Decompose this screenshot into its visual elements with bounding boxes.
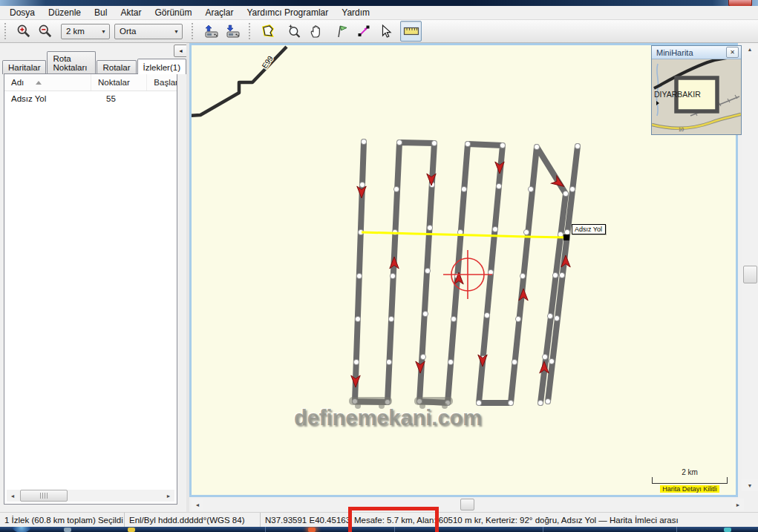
detail-level-combobox[interactable]: Orta ▼ [114, 24, 183, 39]
ruler-icon [403, 24, 419, 38]
scroll-left-icon[interactable]: ◄ [192, 499, 203, 510]
data-tabs: Haritalar Rota Noktaları Rotalar İzlekle… [2, 56, 187, 74]
scale-bar [652, 477, 728, 484]
menu-gorunum[interactable]: Görünüm [148, 6, 198, 19]
tab-rota-noktalari[interactable]: Rota Noktaları [47, 51, 96, 74]
map-tool-icon [261, 24, 275, 39]
toolbar-grip [4, 23, 8, 39]
tab-haritalar[interactable]: Haritalar [2, 60, 46, 74]
zoom-in-icon [16, 24, 31, 39]
chevron-down-icon: ▼ [174, 29, 179, 34]
column-label: Başlangıç [154, 78, 177, 87]
track-table: Adı Noktalar Başlangıç Adsız Yol 55 ◄ ► [4, 73, 177, 505]
scroll-right-icon[interactable]: ► [732, 499, 744, 510]
status-selection: 1 İzlek (60.8 km toplam) Seçildi [0, 513, 125, 527]
route-tool-icon [356, 24, 371, 39]
flag-icon [335, 24, 350, 39]
column-header-name[interactable]: Adı [4, 74, 91, 91]
send-to-device-icon [202, 24, 220, 39]
menu-dosya[interactable]: Dosya [3, 6, 42, 19]
zoom-tool-button[interactable] [283, 21, 304, 42]
send-to-device-button[interactable] [200, 21, 221, 42]
scrollbar-thumb[interactable] [20, 490, 68, 502]
map-vertical-scrollbar[interactable]: ▲ ▼ [742, 43, 758, 491]
selection-tool-button[interactable] [374, 21, 396, 42]
minimap-graphics: DIYARBAKIR 10 [652, 59, 741, 134]
status-measurement: Mesafe: 5.7 km, Alan: 60510 m kr, Kerter… [350, 513, 758, 527]
scrollbar-corner [744, 499, 758, 510]
track-table-header: Adı Noktalar Başlangıç [4, 74, 177, 91]
zoom-tool-icon [287, 24, 301, 39]
left-arrow-icon: ◄ [178, 48, 183, 53]
pan-hand-tool-button[interactable] [304, 21, 326, 42]
menu-aktar[interactable]: Aktar [114, 6, 148, 19]
taskbar-icon[interactable] [64, 528, 71, 532]
panel-horizontal-scrollbar[interactable]: ◄ ► [7, 490, 174, 502]
toolbar: 2 km ▼ Orta ▼ [0, 20, 758, 43]
taskbar-icon[interactable] [724, 528, 731, 532]
minimap-map[interactable]: DIYARBAKIR 10 [652, 59, 741, 134]
column-label: Noktalar [98, 78, 130, 87]
hand-icon [308, 24, 323, 39]
minimap-road-shield: 10 [679, 127, 685, 132]
column-header-start[interactable]: Başlangıç [147, 74, 177, 91]
receive-from-device-button[interactable] [221, 21, 243, 42]
track-points-cell: 55 [92, 94, 148, 103]
menu-yardim[interactable]: Yardım [335, 6, 376, 19]
sort-ascending-icon [36, 81, 42, 85]
taskbar-separator [676, 527, 677, 532]
watermark: definemekani.com [294, 406, 482, 430]
track-name-cell: Adsız Yol [4, 94, 92, 103]
track-adsiz-yol[interactable] [351, 139, 581, 405]
map-horizontal-scrollbar[interactable]: ◄ ► [192, 499, 744, 510]
track-tooltip: Adsız Yol [572, 224, 606, 234]
scrollbar-thumb[interactable] [743, 266, 757, 283]
menu-bar: Dosya Düzenle Bul Aktar Görünüm Araçlar … [0, 6, 758, 20]
detail-level-value: Orta [120, 27, 136, 36]
taskbar-separator [394, 527, 395, 532]
receive-from-device-icon [223, 24, 241, 39]
map-scale: 2 km Harita Detayı Kilitli [652, 468, 728, 493]
scrollbar-thumb[interactable] [460, 499, 474, 510]
scroll-down-icon[interactable]: ▼ [742, 479, 758, 491]
taskbar-icon[interactable] [128, 528, 135, 532]
scroll-right-icon[interactable]: ► [163, 490, 174, 502]
zoom-out-button[interactable] [34, 21, 56, 42]
close-icon: ✕ [730, 49, 735, 56]
menu-bul[interactable]: Bul [88, 6, 114, 19]
minimap-title: MiniHarita [656, 48, 693, 57]
taskbar-icon[interactable] [308, 528, 316, 532]
waypoint-flag-tool-button[interactable] [331, 21, 353, 42]
zoom-out-icon [38, 24, 53, 39]
tab-rotalar[interactable]: Rotalar [97, 60, 136, 74]
zoom-scale-combobox[interactable]: 2 km ▼ [61, 24, 110, 39]
minimap-close-button[interactable]: ✕ [726, 47, 739, 58]
chevron-down-icon: ▼ [101, 29, 106, 34]
zoom-in-button[interactable] [13, 21, 34, 42]
detail-lock-label: Harita Detayı Kilitli [660, 485, 719, 493]
scroll-up-icon[interactable]: ▲ [742, 43, 758, 55]
start-orb-icon[interactable] [12, 527, 31, 532]
toolbar-separator [192, 23, 195, 39]
column-label: Adı [11, 78, 24, 87]
scroll-left-icon[interactable]: ◄ [7, 490, 19, 502]
minimap-title-bar[interactable]: MiniHarita ✕ [652, 46, 741, 59]
minimap-city-label: DIYARBAKIR [654, 90, 701, 99]
menu-yardimci-programlar[interactable]: Yardımcı Programlar [240, 6, 335, 19]
status-position-format: Enl/Byl hddd.ddddd°(WGS 84) [125, 513, 261, 527]
zoom-scale-value: 2 km [66, 27, 85, 36]
status-bar: 1 İzlek (60.8 km toplam) Seçildi Enl/Byl… [0, 512, 758, 527]
menu-araclar[interactable]: Araçlar [198, 6, 240, 19]
route-tool-button[interactable] [353, 21, 374, 42]
tab-izlekler[interactable]: İzlekler(1) [137, 59, 186, 74]
track-list-panel: ◄ Haritalar Rota Noktaları Rotalar İzlek… [0, 43, 187, 512]
column-header-points[interactable]: Noktalar [91, 74, 147, 91]
taskbar-separator [265, 527, 266, 532]
windows-taskbar[interactable] [0, 527, 758, 532]
table-row[interactable]: Adsız Yol 55 [4, 91, 177, 106]
measure-handle[interactable] [563, 234, 569, 240]
distance-ruler-tool-button[interactable] [400, 21, 422, 42]
highway-e99: E99 [192, 47, 287, 116]
menu-duzenle[interactable]: Düzenle [42, 6, 88, 19]
map-tool-button[interactable] [257, 21, 278, 42]
